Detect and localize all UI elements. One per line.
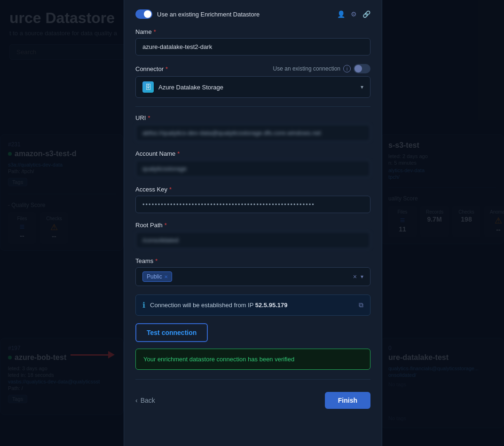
use-existing-connection-row: Use an existing connection i xyxy=(273,64,370,73)
chevron-left-icon: ‹ xyxy=(135,397,138,404)
use-enrichment-toggle-row: Use an existing Enrichment Datastore 👤 ⚙… xyxy=(135,9,370,19)
public-chip: Public ✕ xyxy=(142,271,172,282)
success-banner: Your enrichment datastore connection has… xyxy=(135,349,370,370)
uri-input-masked: abfss://qualytics-dev-data@qualyticsstor… xyxy=(135,124,370,142)
connector-label: Connector * xyxy=(135,65,168,72)
teams-input[interactable]: Public ✕ × ▾ xyxy=(135,267,370,286)
teams-field-group: Teams * Public ✕ × ▾ xyxy=(135,257,370,286)
info-circle-icon: ℹ xyxy=(142,301,145,310)
name-input[interactable] xyxy=(135,38,370,56)
use-existing-text: Use an existing connection xyxy=(273,65,340,72)
connector-icon: 🗄 xyxy=(142,81,154,93)
use-enrichment-toggle[interactable] xyxy=(135,9,152,19)
connector-field-group: Connector * Use an existing connection i… xyxy=(135,64,370,98)
chevron-down-icon: ▾ xyxy=(361,84,363,90)
access-key-field-group: Access Key * xyxy=(135,186,370,213)
use-enrichment-label: Use an existing Enrichment Datastore xyxy=(157,11,260,18)
finish-button[interactable]: Finish xyxy=(325,392,370,409)
name-label: Name * xyxy=(135,28,370,35)
modal-footer: ‹ Back Finish xyxy=(135,387,370,409)
uri-label: URI * xyxy=(135,114,370,121)
teams-chevron-icon[interactable]: ▾ xyxy=(361,273,363,280)
account-name-label: Account Name * xyxy=(135,150,370,157)
use-existing-toggle[interactable] xyxy=(354,64,370,73)
teams-label: Teams * xyxy=(135,257,370,264)
connector-select[interactable]: 🗄 Azure Datalake Storage ▾ xyxy=(135,76,370,98)
teams-clear-icon[interactable]: × xyxy=(353,273,357,280)
link-icon: 🔗 xyxy=(362,10,370,18)
info-icon[interactable]: i xyxy=(343,65,351,72)
name-required: * xyxy=(154,28,156,35)
account-name-field-group: Account Name * qualyticsstorage xyxy=(135,150,370,177)
root-path-label: Root Path * xyxy=(135,222,370,229)
test-connection-button[interactable]: Test connection xyxy=(135,323,208,342)
ip-info-text: Connection will be established from IP 5… xyxy=(150,302,287,309)
access-key-label: Access Key * xyxy=(135,186,370,193)
connector-row: Connector * Use an existing connection i xyxy=(135,64,370,73)
root-path-input-masked: /consolidated xyxy=(135,231,370,249)
copy-ip-icon[interactable]: ⧉ xyxy=(359,301,363,309)
gear-icon: ⚙ xyxy=(351,10,357,18)
ip-info-banner: ℹ Connection will be established from IP… xyxy=(135,295,370,316)
name-field-group: Name * xyxy=(135,28,370,56)
person-icon: 👤 xyxy=(337,10,345,18)
modal-panel: Use an existing Enrichment Datastore 👤 ⚙… xyxy=(124,0,382,446)
ip-address: 52.5.95.179 xyxy=(255,302,288,309)
access-key-input[interactable] xyxy=(135,196,370,213)
back-button[interactable]: ‹ Back xyxy=(135,397,155,404)
remove-public-chip[interactable]: ✕ xyxy=(164,274,168,279)
modal-top-icons: 👤 ⚙ 🔗 xyxy=(337,10,370,18)
uri-field-group: URI * abfss://qualytics-dev-data@qualyti… xyxy=(135,114,370,142)
account-name-input-masked: qualyticsstorage xyxy=(135,160,370,177)
root-path-field-group: Root Path * /consolidated xyxy=(135,222,370,249)
connector-value: Azure Datalake Storage xyxy=(158,84,223,91)
